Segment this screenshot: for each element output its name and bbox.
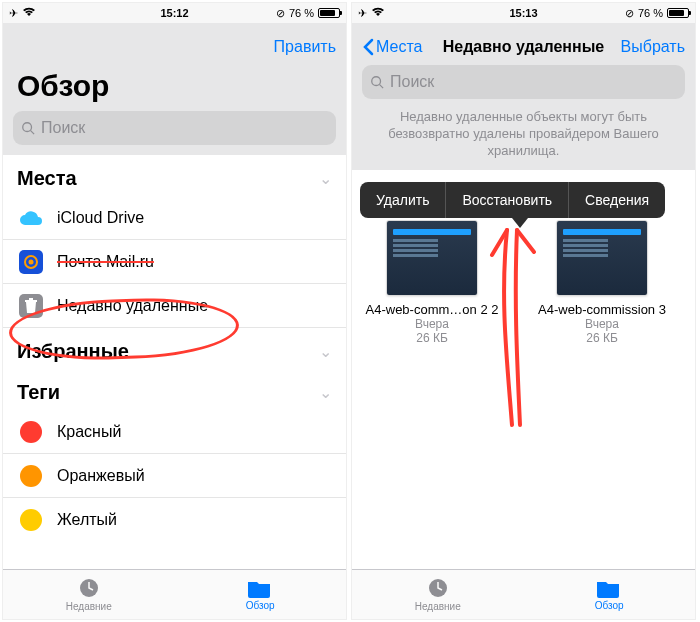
file-when: Вчера — [585, 317, 619, 331]
clock-icon — [427, 577, 449, 599]
place-item-mailru[interactable]: Почта Mail.ru — [3, 240, 346, 284]
section-header-tags[interactable]: Теги ⌄ — [3, 369, 346, 410]
chevron-down-icon: ⌄ — [319, 383, 332, 402]
deletion-warning-text: Недавно удаленные объекты могут быть без… — [362, 99, 685, 160]
phone-right-recently-deleted: ✈︎ 15:13 ⊘ 76 % Места Недавно удаленные … — [351, 2, 696, 620]
chevron-down-icon: ⌄ — [319, 342, 332, 361]
status-time: 15:12 — [160, 7, 188, 19]
icloud-icon — [17, 209, 45, 227]
tag-item-orange[interactable]: Оранжевый — [3, 454, 346, 498]
status-bar: ✈︎ 15:13 ⊘ 76 % — [352, 3, 695, 23]
tab-recents[interactable]: Недавние — [352, 570, 524, 619]
tab-recents[interactable]: Недавние — [3, 570, 175, 619]
nav-area: Места Недавно удаленные Выбрать Поиск Не… — [352, 23, 695, 170]
search-placeholder: Поиск — [390, 73, 434, 91]
context-menu-tail — [512, 218, 528, 228]
search-icon — [21, 121, 35, 135]
context-menu: Удалить Восстановить Сведения — [360, 182, 665, 218]
tag-dot-icon — [17, 509, 45, 531]
ctx-details[interactable]: Сведения — [569, 182, 665, 218]
svg-point-7 — [372, 77, 381, 86]
battery-icon — [667, 8, 689, 18]
svg-line-8 — [380, 85, 384, 89]
clock-icon — [78, 577, 100, 599]
svg-point-0 — [23, 123, 32, 132]
nav-title: Недавно удаленные — [362, 38, 685, 56]
file-thumbnail — [386, 220, 478, 296]
tag-item-red[interactable]: Красный — [3, 410, 346, 454]
tab-bar: Недавние Обзор — [3, 569, 346, 619]
nav-large-title-area: Править Обзор Поиск — [3, 23, 346, 155]
search-placeholder: Поиск — [41, 119, 85, 137]
svg-line-1 — [31, 131, 35, 135]
file-item[interactable]: A4-web-comm…on 2 2 Вчера 26 КБ — [362, 220, 502, 345]
search-icon — [370, 75, 384, 89]
ctx-delete[interactable]: Удалить — [360, 182, 446, 218]
status-bar: ✈︎ 15:12 ⊘ 76 % — [3, 3, 346, 23]
tag-dot-icon — [17, 421, 45, 443]
page-title: Обзор — [17, 69, 336, 103]
file-size: 26 КБ — [416, 331, 448, 345]
tag-dot-icon — [17, 465, 45, 487]
place-item-icloud[interactable]: iCloud Drive — [3, 196, 346, 240]
tab-bar: Недавние Обзор — [352, 569, 695, 619]
file-grid: Удалить Восстановить Сведения A4-web-com… — [352, 170, 695, 355]
tag-item-yellow[interactable]: Желтый — [3, 498, 346, 542]
section-header-places[interactable]: Места ⌄ — [3, 155, 346, 196]
place-item-recently-deleted[interactable]: Недавно удаленные — [3, 284, 346, 328]
file-item[interactable]: A4-web-commission 3 Вчера 26 КБ — [532, 220, 672, 345]
file-size: 26 КБ — [586, 331, 618, 345]
edit-button[interactable]: Править — [274, 38, 336, 56]
chevron-down-icon: ⌄ — [319, 169, 332, 188]
search-input[interactable]: Поиск — [13, 111, 336, 145]
trash-icon — [17, 294, 45, 318]
search-input[interactable]: Поиск — [362, 65, 685, 99]
file-name: A4-web-commission 3 — [538, 302, 666, 317]
svg-point-4 — [29, 259, 34, 264]
section-header-favorites[interactable]: Избранные ⌄ — [3, 328, 346, 369]
ctx-restore[interactable]: Восстановить — [446, 182, 569, 218]
file-when: Вчера — [415, 317, 449, 331]
status-time: 15:13 — [509, 7, 537, 19]
tab-browse[interactable]: Обзор — [524, 570, 696, 619]
file-thumbnail — [556, 220, 648, 296]
mailru-icon — [17, 250, 45, 274]
battery-icon — [318, 8, 340, 18]
tab-browse[interactable]: Обзор — [175, 570, 347, 619]
phone-left-browse: ✈︎ 15:12 ⊘ 76 % Править Обзор Поиск Мест… — [2, 2, 347, 620]
folder-icon — [597, 578, 621, 598]
folder-icon — [248, 578, 272, 598]
file-name: A4-web-comm…on 2 2 — [366, 302, 499, 317]
